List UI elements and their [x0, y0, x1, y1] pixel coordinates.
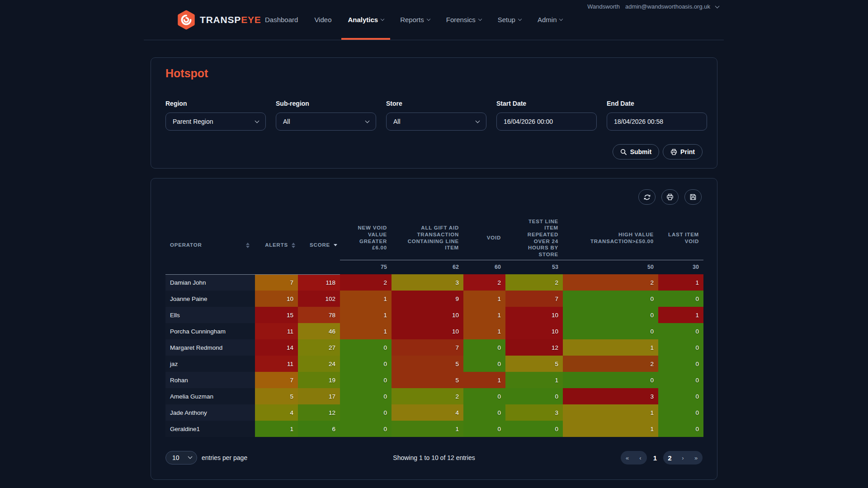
- hotspot-filters-panel: Hotspot RegionParent RegionSub-regionAll…: [151, 57, 717, 169]
- heatmap-cell: 0: [658, 339, 703, 356]
- sort-icon: [292, 243, 295, 248]
- search-icon: [620, 149, 627, 155]
- column-header-score[interactable]: SCORE: [298, 216, 340, 274]
- store-select[interactable]: All: [386, 113, 486, 131]
- heatmap-cell: 0: [563, 307, 658, 323]
- heatmap-cell: 7: [255, 274, 298, 291]
- heatmap-cell: 0: [563, 291, 658, 307]
- field-label: Region: [165, 100, 266, 107]
- table-row: Ells157811011001: [165, 307, 703, 323]
- sort-up-icon: [292, 243, 295, 245]
- column-header-metric-2: ALL GIFT AID TRANSACTION CONTAINING LINE…: [392, 216, 463, 260]
- heatmap-cell: 0: [463, 339, 505, 356]
- hotspot-heatmap-table: OPERATORALERTSSCORENEW VOID VALUE GREATE…: [165, 216, 703, 437]
- column-weight-3: 60: [463, 260, 505, 274]
- heatmap-cell: 0: [658, 421, 703, 437]
- transpeye-logo-icon: [177, 10, 195, 30]
- nav-item-admin[interactable]: Admin: [538, 14, 563, 24]
- heatmap-cell: 1: [563, 404, 658, 421]
- field-value: All: [283, 118, 290, 125]
- table-row: Joanne Paine10102191700: [165, 291, 703, 307]
- pagination-prev-page[interactable]: ‹: [634, 451, 647, 465]
- nav-item-setup[interactable]: Setup: [498, 14, 521, 24]
- nav-item-analytics[interactable]: Analytics: [348, 14, 384, 24]
- heatmap-cell: 4: [392, 404, 463, 421]
- chevron-down-icon: [715, 4, 720, 8]
- brand-name: TRANSPEYE: [200, 14, 261, 25]
- heatmap-cell: 2: [563, 274, 658, 291]
- end-date-input[interactable]: 18/04/2026 00:58: [607, 113, 707, 131]
- column-weight-4: 53: [505, 260, 563, 274]
- entries-per-page-select[interactable]: 10: [165, 451, 197, 465]
- filter-field-start-date-input: Start Date16/04/2026 00:00: [496, 100, 597, 131]
- sort-icon: [246, 243, 250, 248]
- heatmap-cell: 1: [340, 307, 392, 323]
- pagination-next-page[interactable]: ›: [676, 451, 689, 465]
- start-date-input[interactable]: 16/04/2026 00:00: [496, 113, 597, 131]
- chevron-down-icon: [381, 17, 384, 20]
- table-toolbar: [638, 189, 702, 205]
- header-divider: [144, 40, 724, 40]
- heatmap-cell: 1: [392, 421, 463, 437]
- print-table-button[interactable]: [661, 189, 679, 205]
- column-header-operator[interactable]: OPERATOR: [165, 216, 255, 274]
- field-label: Start Date: [496, 100, 597, 107]
- sub-region-select[interactable]: All: [276, 113, 376, 131]
- field-value: 18/04/2026 00:58: [614, 118, 663, 125]
- operator-name-cell: Jade Anthony: [165, 404, 255, 421]
- column-weight-2: 62: [392, 260, 463, 274]
- region-select[interactable]: Parent Region: [165, 113, 266, 131]
- table-row: Rohan719051100: [165, 372, 703, 388]
- heatmap-cell: 0: [563, 323, 658, 339]
- heatmap-cell: 1: [463, 323, 505, 339]
- heatmap-cell: 24: [298, 356, 340, 372]
- heatmap-cell: 4: [255, 404, 298, 421]
- field-label: Sub-region: [276, 100, 376, 107]
- operator-name-cell: jaz: [165, 356, 255, 372]
- heatmap-cell: 12: [298, 404, 340, 421]
- pagination-first-page[interactable]: «: [621, 451, 634, 465]
- heatmap-cell: 3: [563, 388, 658, 404]
- heatmap-cell: 17: [298, 388, 340, 404]
- operator-name-cell: Porcha Cunningham: [165, 323, 255, 339]
- pagination-page-2[interactable]: 2: [663, 451, 676, 465]
- column-header-alerts[interactable]: ALERTS: [255, 216, 298, 274]
- filter-actions: Submit Print: [613, 144, 703, 160]
- column-weight-1: 75: [340, 260, 392, 274]
- heatmap-cell: 1: [505, 372, 563, 388]
- heatmap-cell: 0: [340, 404, 392, 421]
- refresh-button[interactable]: [638, 189, 656, 205]
- hotspot-table-panel: OPERATORALERTSSCORENEW VOID VALUE GREATE…: [151, 178, 717, 480]
- heatmap-cell: 3: [392, 274, 463, 291]
- nav-item-reports[interactable]: Reports: [400, 14, 430, 24]
- heatmap-cell: 10: [505, 323, 563, 339]
- brand-logo[interactable]: TRANSPEYE: [177, 10, 261, 30]
- heatmap-cell: 11: [255, 356, 298, 372]
- heatmap-cell: 0: [463, 404, 505, 421]
- nav-item-label: Admin: [538, 16, 557, 23]
- table-row: Margaret Redmond14270701210: [165, 339, 703, 356]
- nav-item-video[interactable]: Video: [314, 14, 331, 24]
- heatmap-cell: 0: [505, 388, 563, 404]
- heatmap-cell: 10: [392, 307, 463, 323]
- pagination-last-page[interactable]: »: [689, 451, 703, 465]
- field-value: Parent Region: [173, 118, 213, 125]
- nav-item-forensics[interactable]: Forensics: [446, 14, 481, 24]
- submit-button[interactable]: Submit: [613, 144, 659, 160]
- user-menu[interactable]: Wandsworth admin@wandsworthoasis.org.uk: [587, 3, 719, 10]
- nav-item-label: Dashboard: [265, 16, 298, 23]
- heatmap-cell: 10: [255, 291, 298, 307]
- column-header-content: ALERTS: [255, 242, 298, 249]
- save-button[interactable]: [684, 189, 702, 205]
- table-row: Damian John7118232221: [165, 274, 703, 291]
- print-button[interactable]: Print: [663, 144, 703, 160]
- pagination-page-1[interactable]: 1: [648, 454, 662, 462]
- operator-name-cell: Rohan: [165, 372, 255, 388]
- nav-item-dashboard[interactable]: Dashboard: [265, 14, 298, 24]
- pagination-group: «‹: [621, 451, 647, 465]
- heatmap-cell: 12: [505, 339, 563, 356]
- heatmap-cell: 7: [255, 372, 298, 388]
- entries-per-page-label: entries per page: [202, 454, 247, 461]
- heatmap-cell: 10: [392, 323, 463, 339]
- table-row: Jade Anthony412040310: [165, 404, 703, 421]
